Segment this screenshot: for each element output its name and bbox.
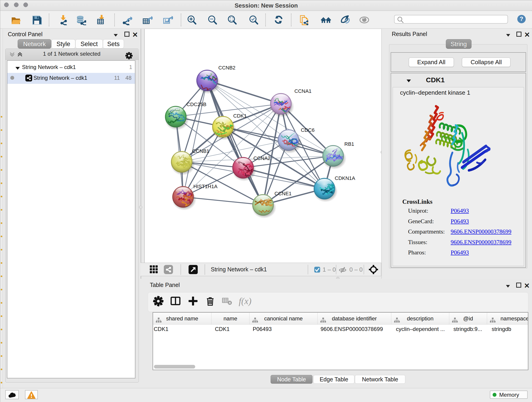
svg-text:CDKN1A: CDKN1A [335, 175, 355, 181]
svg-text:CCNA1: CCNA1 [294, 88, 312, 94]
svg-text:RB1: RB1 [344, 141, 354, 147]
svg-text:CCNB1: CCNB1 [192, 148, 209, 154]
svg-text:CDC25B: CDC25B [186, 102, 206, 107]
svg-text:CDK1: CDK1 [233, 113, 247, 119]
svg-text:?: ? [520, 16, 523, 22]
svg-text:CCNA2: CCNA2 [253, 155, 271, 161]
svg-text:HIST1H1A: HIST1H1A [193, 184, 217, 189]
svg-text:CDC6: CDC6 [301, 127, 315, 133]
svg-text:CCNE1: CCNE1 [274, 191, 292, 196]
svg-text:CCNB2: CCNB2 [218, 65, 235, 70]
